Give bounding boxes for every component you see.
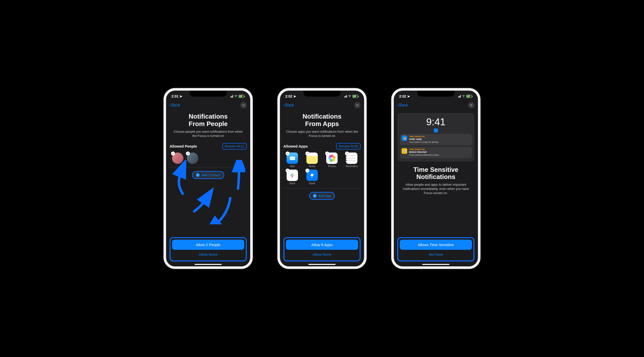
status-time: 2:02 (285, 94, 292, 98)
notif-title: Order ready (409, 138, 439, 141)
phone-apps: 2:02 ➤ ⚡ ‹ Back ✕ Notifications From App… (278, 88, 366, 269)
notification-preview-2: 🏠 TIME SENSITIVE Motion Detected Front c… (400, 147, 472, 158)
svg-rect-3 (292, 176, 292, 178)
battery-icon: ⚡ (352, 95, 359, 98)
close-button[interactable]: ✕ (354, 102, 360, 108)
add-app-button[interactable]: + Add App (309, 192, 335, 200)
title-line1: Time Sensitive (397, 166, 474, 174)
app-item-reminders[interactable]: – Reminders (343, 152, 360, 168)
allowed-people-label: Allowed People (170, 144, 197, 148)
allow-apps-button[interactable]: Allow 6 Apps (286, 240, 358, 250)
back-label: Back (285, 103, 294, 108)
add-contact-button[interactable]: + Add Contact (192, 171, 224, 179)
app-label: Reminders (346, 165, 358, 168)
close-button[interactable]: ✕ (468, 102, 474, 108)
back-label: Back (171, 103, 180, 108)
back-button[interactable]: ‹ Back (397, 103, 408, 108)
chevron-left-icon: ‹ (284, 103, 285, 108)
slack-icon: – (286, 170, 298, 181)
remove-app-icon[interactable]: – (306, 168, 310, 172)
notch (190, 90, 227, 96)
back-button[interactable]: ‹ Back (284, 103, 294, 108)
photos-icon: – (326, 152, 338, 164)
not-now-button[interactable]: Not Now (400, 250, 472, 259)
notes-icon: – (306, 152, 318, 164)
wifi-icon (234, 94, 238, 98)
page-title: Notifications From Apps (284, 113, 360, 128)
page-subtitle: Choose apps you want notifications from … (284, 130, 360, 138)
app-item-mail[interactable]: ✉️– Mail (284, 152, 301, 168)
title-line2: Notifications (397, 173, 474, 181)
svg-rect-2 (292, 173, 292, 175)
app-item-spark[interactable]: – Spark (303, 170, 321, 185)
signal-icon (344, 95, 347, 98)
back-label: Back (399, 103, 408, 108)
location-icon: ➤ (407, 94, 410, 98)
title-line2: From Apps (284, 120, 360, 128)
allow-people-button[interactable]: Allow 2 People (172, 240, 244, 250)
notch (304, 90, 340, 96)
chevron-left-icon: ‹ (170, 103, 171, 108)
allow-none-button[interactable]: Allow None (286, 250, 358, 259)
allow-none-button[interactable]: Allow None (172, 250, 244, 259)
notif-body: Your order is ready for pickup. (409, 141, 439, 144)
close-button[interactable]: ✕ (240, 102, 247, 108)
wifi-icon (462, 94, 465, 98)
svg-rect-0 (290, 175, 292, 176)
home-indicator[interactable] (422, 264, 450, 265)
notif-title: Motion Detected (409, 151, 440, 154)
remove-contact-icon[interactable]: – (186, 152, 190, 156)
back-button[interactable]: ‹ Back (170, 103, 180, 108)
home-indicator[interactable] (308, 264, 336, 265)
home-indicator[interactable] (194, 264, 222, 265)
focus-badge-icon: 👤 (434, 128, 438, 132)
remove-app-icon[interactable]: – (325, 152, 329, 156)
remove-app-icon[interactable]: – (306, 152, 310, 156)
app-label: Notes (309, 165, 315, 168)
remove-app-icon[interactable]: – (345, 152, 349, 156)
notification-preview-1: 🛍️ TIME SENSITIVE Order ready Your order… (400, 134, 472, 145)
allow-time-sensitive-button[interactable]: Allows Time Sensitive (400, 240, 472, 250)
app-item-notes[interactable]: – Notes (303, 152, 321, 168)
avatar-row: – – (170, 152, 247, 164)
remove-all-button[interactable]: Remove All (6) (336, 143, 360, 150)
app-label: Mail (290, 165, 294, 168)
signal-icon (458, 95, 461, 98)
app-item-slack[interactable]: – Slack (284, 170, 301, 185)
notif-tag: TIME SENSITIVE (409, 136, 439, 138)
bag-icon: 🛍️ (402, 136, 407, 141)
svg-rect-1 (292, 175, 294, 176)
remove-all-button[interactable]: Remove All (2) (222, 143, 247, 150)
mail-icon: ✉️– (286, 152, 298, 164)
nav-row: ‹ Back ✕ (166, 100, 250, 110)
preview-time: 9:41 (426, 116, 446, 128)
bottom-action-box: Allow 6 Apps Allow None (284, 237, 360, 262)
spark-icon: – (306, 170, 318, 181)
page-title: Notifications From People (170, 113, 247, 128)
battery-icon: ⚡ (238, 95, 245, 98)
bottom-action-box: Allows Time Sensitive Not Now (397, 237, 474, 262)
contact-avatar-1[interactable]: – (172, 152, 184, 164)
bottom-action-box: Allow 2 People Allow None (170, 237, 247, 262)
remove-app-icon[interactable]: – (286, 152, 290, 156)
app-label: Spark (309, 182, 315, 185)
remove-app-icon[interactable]: – (286, 168, 290, 172)
status-time: 2:02 (399, 94, 406, 98)
app-grid: ✉️– Mail – Notes – (284, 152, 360, 185)
battery-icon: ⚡ (466, 95, 472, 98)
contact-avatar-2[interactable]: – (187, 152, 198, 164)
home-icon: 🏠 (402, 148, 407, 154)
chevron-left-icon: ‹ (397, 103, 398, 108)
notif-body: Front camera detected motion. (409, 154, 440, 157)
add-contact-label: Add Contact (201, 173, 220, 177)
lock-screen-preview: 9:41 👤 🛍️ TIME SENSITIVE Order ready You… (397, 113, 474, 162)
allowed-apps-label: Allowed Apps (284, 144, 308, 148)
notif-tag: TIME SENSITIVE (409, 148, 440, 151)
status-time: 2:01 (172, 94, 178, 98)
phone-time-sensitive: 2:02 ➤ ⚡ ‹ Back ✕ 9:41 👤 🛍️ TIME SENSITI… (391, 88, 480, 269)
notch (417, 90, 454, 96)
remove-contact-icon[interactable]: – (171, 152, 175, 156)
title-line1: Notifications (170, 113, 247, 120)
signal-icon (230, 95, 233, 98)
app-item-photos[interactable]: – Photos (323, 152, 341, 168)
